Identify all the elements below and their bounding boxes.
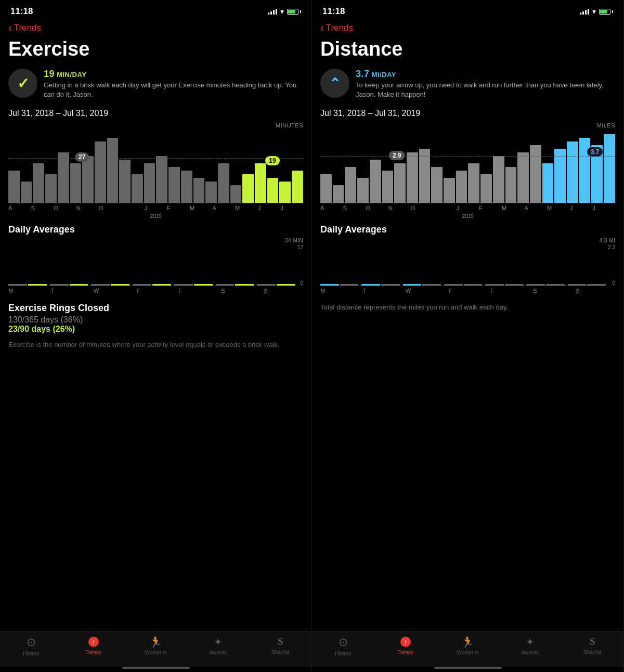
tab-workouts-label-left: Workouts bbox=[145, 650, 166, 655]
avg-chart-right: 4.3 MI bbox=[312, 237, 623, 298]
tab-history-label-left: History bbox=[23, 651, 39, 656]
bar-chart-main-left: 27 19 bbox=[8, 131, 303, 203]
sharing-icon-right: S bbox=[590, 636, 595, 648]
metric-desc-left: Getting in a brisk walk each day will ge… bbox=[44, 81, 303, 99]
badge-2-9: 2.9 bbox=[389, 151, 405, 160]
bars-row-right bbox=[320, 131, 615, 203]
metric-icon-left: ✓ bbox=[8, 69, 37, 98]
stats-title-left: Exercise Rings Closed bbox=[8, 303, 303, 314]
main-chart-right: MILES 2.9 3.7 bbox=[312, 120, 623, 219]
date-range-right: Jul 31, 2018 – Jul 31, 2019 bbox=[312, 106, 623, 120]
year-label-left: 2019 bbox=[8, 213, 303, 219]
badge-19: 19 bbox=[265, 156, 279, 165]
bar-chart-main-right: 2.9 3.7 bbox=[320, 131, 615, 203]
tab-trends-label-left: Trends bbox=[85, 650, 101, 655]
tab-awards-left[interactable]: ✦ Awards bbox=[187, 636, 249, 656]
tab-history-right[interactable]: ⊙ History bbox=[312, 636, 374, 656]
awards-icon-left: ✦ bbox=[214, 636, 223, 648]
badge-3-7: 3.7 bbox=[587, 147, 604, 157]
back-chevron-right: ‹ bbox=[320, 22, 324, 34]
svg-text:↑: ↑ bbox=[92, 638, 95, 646]
awards-icon-right: ✦ bbox=[526, 636, 535, 648]
year-label-right: 2019 bbox=[320, 213, 615, 219]
tab-bar-right: ⊙ History ↑ Trends 🏃 Workouts ✦ Awards S… bbox=[312, 631, 623, 667]
status-bar-left: 11:18 ▾ bbox=[0, 0, 311, 20]
back-label-right: Trends bbox=[326, 23, 353, 33]
tab-sharing-label-left: Sharing bbox=[271, 649, 289, 655]
date-range-left: Jul 31, 2018 – Jul 31, 2019 bbox=[0, 106, 311, 120]
page-title-right: Distance bbox=[312, 37, 623, 66]
metric-icon-right: ⌃ bbox=[320, 69, 349, 98]
back-nav-left[interactable]: ‹ Trends bbox=[0, 20, 311, 37]
info-text-left: 19 MIN/DAY Getting in a brisk walk each … bbox=[44, 69, 303, 99]
day-labels-left: M T W T F S S bbox=[8, 286, 303, 295]
daily-avg-title-left: Daily Averages bbox=[0, 219, 311, 237]
avg-chart-left: 34 MIN bbox=[0, 237, 311, 298]
trends-icon-left: ↑ bbox=[87, 636, 100, 648]
chart-label-right: MILES bbox=[320, 122, 615, 128]
dotted-line-right bbox=[320, 156, 615, 157]
check-icon: ✓ bbox=[17, 75, 29, 92]
avg-bars-left bbox=[8, 244, 295, 286]
tab-history-left[interactable]: ⊙ History bbox=[0, 636, 62, 656]
sharing-icon-left: S bbox=[278, 636, 283, 648]
tab-sharing-right[interactable]: S Sharing bbox=[561, 636, 623, 656]
stats-green-left: 23/90 days (26%) bbox=[8, 325, 303, 334]
month-labels-left: A S O N D J F M A M J J bbox=[8, 203, 303, 213]
badge-27: 27 bbox=[75, 152, 89, 162]
trends-icon-right: ↑ bbox=[399, 636, 412, 648]
tab-workouts-right[interactable]: 🏃 Workouts bbox=[437, 636, 499, 656]
tab-history-label-right: History bbox=[335, 651, 351, 656]
tab-awards-label-left: Awards bbox=[210, 650, 227, 655]
signal-bars-right bbox=[580, 9, 589, 15]
wifi-icon-left: ▾ bbox=[280, 7, 284, 16]
status-icons-right: ▾ bbox=[580, 7, 613, 16]
info-card-left: ✓ 19 MIN/DAY Getting in a brisk walk eac… bbox=[0, 66, 311, 106]
stats-gray-left: 130/365 days (36%) bbox=[8, 315, 303, 325]
battery-right bbox=[599, 9, 613, 15]
tab-trends-label-right: Trends bbox=[397, 650, 413, 655]
workouts-icon-right: 🏃 bbox=[461, 636, 474, 648]
bars-row-left bbox=[8, 131, 303, 203]
tab-sharing-label-right: Sharing bbox=[583, 649, 601, 655]
info-text-right: 3.7 MI/DAY To keep your arrow up, you ne… bbox=[356, 69, 615, 99]
status-icons-left: ▾ bbox=[268, 7, 301, 16]
footnote-left: Exercise is the number of minutes where … bbox=[0, 337, 311, 353]
signal-bars-left bbox=[268, 9, 277, 15]
history-icon-left: ⊙ bbox=[27, 636, 36, 649]
tab-bar-left: ⊙ History ↑ Trends 🏃 Workouts ✦ Awards S… bbox=[0, 631, 311, 667]
avg-bars-right bbox=[320, 244, 606, 286]
wifi-icon-right: ▾ bbox=[592, 7, 596, 16]
tab-awards-label-right: Awards bbox=[522, 650, 539, 655]
exercise-panel: 11:18 ▾ ‹ Trends Exercise ✓ bbox=[0, 0, 312, 672]
battery-left bbox=[287, 9, 301, 15]
back-chevron-left: ‹ bbox=[8, 22, 12, 34]
avg-label-right: 4.3 MI bbox=[320, 237, 615, 243]
svg-text:↑: ↑ bbox=[404, 638, 407, 646]
tab-trends-right[interactable]: ↑ Trends bbox=[374, 636, 437, 656]
tab-trends-left[interactable]: ↑ Trends bbox=[62, 636, 125, 656]
footnote-right: Total distance represents the miles you … bbox=[312, 298, 623, 315]
back-label-left: Trends bbox=[14, 23, 41, 33]
tab-workouts-left[interactable]: 🏃 Workouts bbox=[125, 636, 187, 656]
status-bar-right: 11:18 ▾ bbox=[312, 0, 623, 20]
stats-section-left: Exercise Rings Closed 130/365 days (36%)… bbox=[0, 298, 311, 337]
back-nav-right[interactable]: ‹ Trends bbox=[312, 20, 623, 37]
distance-panel: 11:18 ▾ ‹ Trends Distance ⌃ bbox=[312, 0, 624, 672]
dotted-line-left bbox=[8, 158, 303, 159]
avg-label-left: 34 MIN bbox=[8, 237, 303, 243]
daily-avg-title-right: Daily Averages bbox=[312, 219, 623, 237]
tab-workouts-label-right: Workouts bbox=[457, 650, 478, 655]
home-indicator-right bbox=[434, 667, 502, 669]
tab-awards-right[interactable]: ✦ Awards bbox=[499, 636, 561, 656]
metric-value-right: 3.7 MI/DAY bbox=[356, 69, 615, 80]
main-chart-left: MINUTES 27 19 bbox=[0, 120, 311, 219]
status-time-right: 11:18 bbox=[322, 6, 345, 17]
chevron-up-icon: ⌃ bbox=[329, 75, 341, 92]
tab-sharing-left[interactable]: S Sharing bbox=[249, 636, 311, 656]
history-icon-right: ⊙ bbox=[339, 636, 348, 649]
day-labels-right: M T W T F S S bbox=[320, 286, 615, 295]
status-time-left: 11:18 bbox=[10, 6, 33, 17]
info-card-right: ⌃ 3.7 MI/DAY To keep your arrow up, you … bbox=[312, 66, 623, 106]
metric-desc-right: To keep your arrow up, you need to walk … bbox=[356, 81, 615, 99]
